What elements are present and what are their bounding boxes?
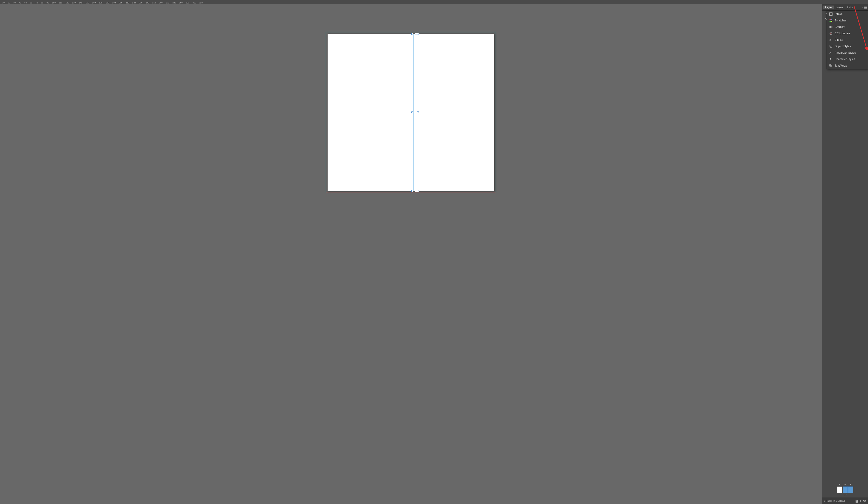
page-thumbs-row-2 — [837, 486, 853, 493]
page-thumb-2[interactable] — [843, 486, 848, 493]
view-pages-icon[interactable]: ▦ — [855, 499, 858, 503]
panel-footer: 3 Pages in 1 Spread ▦ + 🗑 — [822, 497, 868, 504]
svg-rect-3 — [829, 21, 831, 22]
page-thumb-label: 1-3 — [844, 493, 847, 496]
svg-text:CC: CC — [830, 33, 833, 35]
thumb-label-a1: A — [837, 483, 842, 486]
ruler-ticks: 1020304050607080901001101201301401501601… — [2, 0, 868, 4]
ruler: 1020304050607080901001101201301401501601… — [0, 0, 868, 4]
menu-item-text-wrap[interactable]: Text Wrap — [827, 62, 868, 69]
swatch-icon — [829, 19, 833, 22]
menu-item-effects[interactable]: fx Effects — [827, 37, 868, 43]
handle-bot-left — [411, 190, 413, 192]
handle-bot-right — [417, 190, 419, 192]
pages-list: [None] A-Master — [822, 11, 868, 481]
menu-label-character-styles: Character Styles — [835, 58, 855, 61]
add-page-icon[interactable]: + — [860, 499, 861, 503]
menu-label-text-wrap: Text Wrap — [835, 64, 847, 67]
libraries-icon: CC — [829, 32, 833, 35]
canvas-area[interactable] — [0, 4, 822, 504]
svg-text:A: A — [829, 58, 831, 61]
svg-rect-1 — [829, 19, 831, 20]
svg-text:A: A — [830, 45, 831, 48]
menu-item-paragraph-styles[interactable]: A Paragraph Styles — [827, 50, 868, 56]
svg-rect-4 — [831, 21, 832, 22]
page-thumbs-row: A A A — [837, 483, 853, 486]
object-styles-icon: A — [829, 44, 833, 48]
panel-container: Pages Layers Links » ☰ [None] A-Master — [822, 4, 868, 504]
paragraph-styles-icon: A — [829, 51, 833, 54]
right-panel: Pages Layers Links » ☰ [None] A-Master — [822, 4, 868, 504]
menu-label-gradient: Gradient — [835, 25, 845, 29]
pages-panel: Pages Layers Links » ☰ [None] A-Master — [822, 4, 868, 504]
handle-top-left — [411, 33, 413, 35]
menu-label-object-styles: Object Styles — [835, 45, 851, 48]
panel-menu-icon[interactable]: ☰ — [864, 6, 867, 9]
handle-top-mid — [415, 33, 417, 35]
handle-mid-right — [417, 112, 419, 113]
thumb-label-a2: A — [843, 483, 848, 486]
thumb-label-a3: A — [848, 483, 853, 486]
menu-item-cc-libraries[interactable]: CC CC Libraries — [827, 30, 868, 37]
menu-item-gradient[interactable]: Gradient — [827, 24, 868, 30]
delete-page-icon[interactable]: 🗑 — [863, 499, 866, 503]
gradient-icon — [829, 25, 833, 29]
page-container — [326, 32, 496, 193]
character-styles-icon: A — [829, 57, 833, 61]
page-thumb-3[interactable] — [848, 486, 853, 493]
menu-item-object-styles[interactable]: A Object Styles — [827, 43, 868, 50]
menu-item-character-styles[interactable]: A Character Styles — [827, 56, 868, 62]
effects-icon: fx — [829, 38, 833, 42]
menu-label-effects: Effects — [835, 38, 843, 41]
handle-top-right — [417, 33, 419, 35]
pages-status: 3 Pages in 1 Spread — [824, 500, 854, 502]
panel-tab-icons: » ☰ — [862, 6, 867, 9]
svg-text:fx: fx — [829, 39, 831, 41]
main-area: Pages Layers Links » ☰ [None] A-Master — [0, 4, 868, 504]
handle-bot-mid — [415, 190, 417, 192]
page-thumb-1[interactable] — [837, 486, 842, 493]
tab-layers[interactable]: Layers — [834, 6, 845, 9]
svg-rect-5 — [829, 26, 832, 28]
page-spread — [326, 32, 496, 193]
menu-label-swatches: Swatches — [835, 19, 847, 22]
menu-item-swatches[interactable]: Swatches — [827, 17, 868, 24]
handle-mid-left — [411, 112, 413, 113]
text-wrap-icon — [829, 64, 833, 68]
panel-tabs: Pages Layers Links » ☰ — [822, 4, 868, 11]
page-thumb-group: A A A 1-3 — [837, 483, 853, 496]
svg-rect-2 — [831, 19, 832, 20]
pages-thumbnails: A A A 1-3 — [822, 481, 868, 497]
svg-rect-13 — [829, 64, 831, 66]
tab-links[interactable]: Links — [845, 6, 855, 9]
menu-label-paragraph-styles: Paragraph Styles — [835, 51, 856, 54]
svg-rect-0 — [829, 13, 832, 16]
svg-text:A: A — [829, 51, 831, 54]
stroke-icon — [829, 12, 833, 16]
menu-label-stroke: Stroke — [835, 12, 843, 16]
popup-menu: Stroke Swatches — [827, 11, 868, 69]
page-white — [328, 34, 494, 191]
tab-pages[interactable]: Pages — [823, 6, 834, 9]
menu-item-stroke[interactable]: Stroke — [827, 11, 868, 17]
chevron-right-icon[interactable]: » — [862, 6, 863, 9]
menu-label-cc-libraries: CC Libraries — [835, 32, 850, 35]
